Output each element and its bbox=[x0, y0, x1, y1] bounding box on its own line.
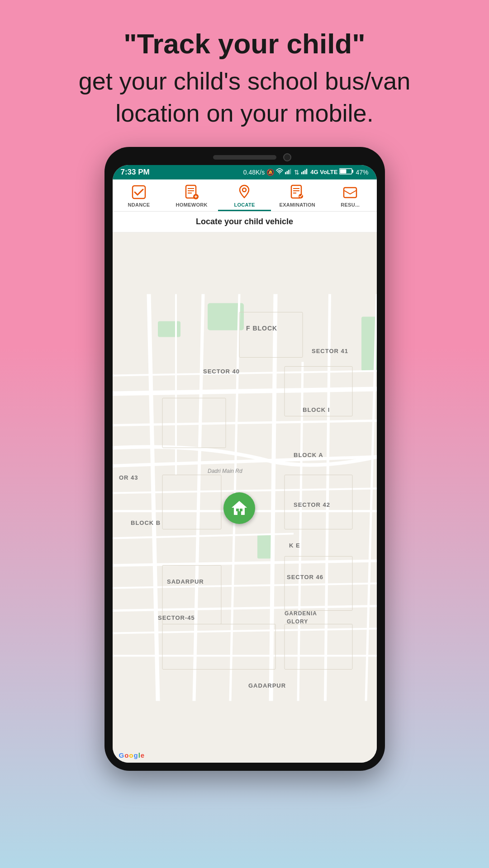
svg-rect-4 bbox=[290, 169, 291, 175]
phone-camera bbox=[283, 153, 291, 161]
nav-tabs: NDANCE HOMEWORK bbox=[113, 179, 377, 212]
headline: "Track your child" bbox=[36, 27, 453, 61]
svg-text:SECTOR-45: SECTOR-45 bbox=[158, 614, 195, 621]
svg-text:SECTOR 40: SECTOR 40 bbox=[203, 368, 240, 374]
svg-rect-8 bbox=[306, 169, 307, 175]
svg-rect-81 bbox=[237, 511, 241, 515]
google-letter-l: l bbox=[138, 751, 140, 759]
svg-rect-2 bbox=[287, 171, 288, 174]
tab-attendance[interactable]: NDANCE bbox=[113, 179, 166, 211]
svg-text:Dadri Main Rd: Dadri Main Rd bbox=[208, 467, 242, 474]
tab-attendance-label: NDANCE bbox=[128, 202, 150, 208]
svg-rect-26 bbox=[344, 188, 356, 198]
google-letter-g2: g bbox=[134, 751, 138, 759]
network-type: 4G VoLTE bbox=[310, 169, 337, 175]
tab-locate-label: LOCATE bbox=[234, 202, 255, 208]
tab-result-label: RESU... bbox=[341, 202, 360, 208]
signal-icon-2 bbox=[301, 168, 309, 176]
google-letter-g: G bbox=[119, 751, 124, 759]
svg-rect-3 bbox=[288, 170, 289, 175]
google-letter-o2: o bbox=[129, 751, 133, 759]
status-bar: 7:33 PM 0.48K/s 🔕 ⇅ 4G VoLTE bbox=[113, 165, 377, 179]
tab-examination[interactable]: EXAMINATION bbox=[271, 179, 324, 211]
battery-percent: 47% bbox=[356, 169, 368, 176]
google-letter-e: e bbox=[141, 751, 144, 759]
svg-rect-5 bbox=[301, 172, 302, 175]
svg-text:BLOCK I: BLOCK I bbox=[303, 406, 330, 413]
svg-rect-1 bbox=[285, 172, 286, 175]
svg-text:F BLOCK: F BLOCK bbox=[246, 324, 277, 331]
subtext: get your child's school bus/van location… bbox=[36, 65, 453, 128]
battery-icon bbox=[339, 168, 354, 176]
map-section-header: Locate your child vehicle bbox=[113, 212, 377, 232]
tab-homework[interactable]: HOMEWORK bbox=[165, 179, 218, 211]
svg-rect-6 bbox=[303, 171, 304, 174]
map-area[interactable]: F BLOCK SECTOR 40 SECTOR 41 BLOCK I BLOC… bbox=[113, 232, 377, 763]
svg-rect-7 bbox=[304, 170, 305, 175]
svg-text:GARDENIA: GARDENIA bbox=[285, 610, 317, 616]
svg-point-20 bbox=[242, 188, 246, 192]
status-right: 0.48K/s 🔕 ⇅ 4G VoLTE bbox=[243, 168, 369, 176]
svg-text:K E: K E bbox=[289, 542, 300, 548]
svg-rect-10 bbox=[340, 170, 347, 174]
svg-point-0 bbox=[279, 174, 280, 175]
svg-text:GLORY: GLORY bbox=[287, 618, 308, 624]
svg-rect-79 bbox=[236, 509, 239, 511]
svg-rect-31 bbox=[257, 533, 271, 558]
phone-screen: 7:33 PM 0.48K/s 🔕 ⇅ 4G VoLTE bbox=[113, 165, 377, 763]
status-speed: 0.48K/s bbox=[243, 169, 265, 176]
google-branding: G o o g l e bbox=[119, 751, 145, 759]
data-arrows-icon: ⇅ bbox=[294, 169, 299, 176]
svg-text:SECTOR 42: SECTOR 42 bbox=[294, 501, 330, 508]
svg-text:SADARPUR: SADARPUR bbox=[167, 578, 204, 585]
google-letter-o1: o bbox=[124, 751, 128, 759]
svg-text:BLOCK B: BLOCK B bbox=[131, 519, 161, 526]
phone-frame: 7:33 PM 0.48K/s 🔕 ⇅ 4G VoLTE bbox=[104, 147, 385, 771]
wifi-icon bbox=[276, 168, 283, 176]
map-header-text: Locate your child vehicle bbox=[196, 217, 293, 226]
phone-speaker bbox=[213, 155, 276, 160]
svg-rect-29 bbox=[158, 321, 180, 337]
tab-locate[interactable]: LOCATE bbox=[218, 179, 271, 211]
top-promo-text: "Track your child" get your child's scho… bbox=[0, 0, 489, 147]
svg-text:BLOCK A: BLOCK A bbox=[294, 451, 323, 458]
tab-examination-label: EXAMINATION bbox=[280, 202, 315, 208]
svg-text:GADARPUR: GADARPUR bbox=[248, 682, 286, 689]
mute-icon: 🔕 bbox=[266, 169, 274, 176]
signal-icon bbox=[285, 168, 292, 176]
svg-rect-11 bbox=[352, 170, 353, 173]
svg-text:SECTOR 41: SECTOR 41 bbox=[312, 347, 348, 354]
svg-marker-78 bbox=[232, 501, 247, 508]
page-wrapper: "Track your child" get your child's scho… bbox=[0, 0, 489, 868]
svg-text:SECTOR 46: SECTOR 46 bbox=[287, 573, 323, 580]
tab-result[interactable]: RESU... bbox=[324, 179, 377, 211]
svg-rect-80 bbox=[240, 509, 242, 511]
tab-homework-label: HOMEWORK bbox=[176, 202, 208, 208]
svg-text:OR 43: OR 43 bbox=[119, 474, 138, 481]
location-marker[interactable] bbox=[223, 492, 255, 524]
status-time: 7:33 PM bbox=[121, 168, 150, 177]
